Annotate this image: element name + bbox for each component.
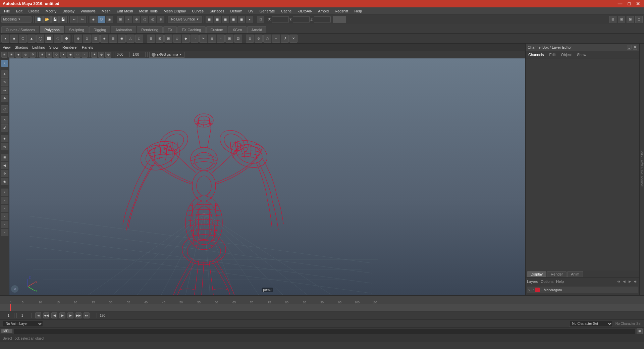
view-menu-view[interactable]: View — [3, 45, 11, 49]
bridge-btn[interactable]: ⊠ — [156, 35, 164, 43]
rotate-tool-btn[interactable]: ↻ — [1, 79, 8, 86]
poly-plane-btn[interactable]: ⬜ — [45, 35, 53, 43]
triangulate-btn[interactable]: △ — [126, 35, 135, 43]
channels-tab[interactable]: Channels — [527, 52, 545, 57]
layer-item-mandragora[interactable]: V P ...Mandragora — [527, 287, 638, 293]
menu-file[interactable]: File — [1, 8, 13, 14]
start-frame-input[interactable] — [3, 313, 14, 318]
mel-label[interactable]: MEL — [1, 329, 12, 333]
view-menu-panels[interactable]: Panels — [82, 45, 93, 49]
menu-generate[interactable]: Generate — [257, 8, 278, 14]
value-field-2[interactable] — [131, 52, 146, 57]
ao-btn[interactable]: ◐ — [105, 52, 111, 58]
edit-tab[interactable]: Edit — [548, 52, 557, 57]
tab-xgen[interactable]: XGen — [228, 26, 246, 33]
3d-viewport[interactable]: X Y Z persp M — [9, 58, 525, 295]
character-set-select[interactable]: No Character Set — [569, 321, 613, 327]
xray-btn[interactable]: ⊙ — [1, 170, 8, 177]
prev-key-btn[interactable]: ◀◀ — [43, 312, 49, 318]
poly-torus-btn[interactable]: ◯ — [36, 35, 44, 43]
tab-sculpting[interactable]: Sculpting — [65, 26, 89, 33]
tab-polygons[interactable]: Polygons — [40, 26, 64, 33]
append-btn[interactable]: ⊞ — [164, 35, 172, 43]
snap-surface-btn[interactable]: ◌ — [141, 16, 148, 23]
connect-btn[interactable]: ⊕ — [208, 35, 216, 43]
poly-cone-btn[interactable]: ▲ — [28, 35, 36, 43]
right-panel-minimize[interactable]: _ — [627, 45, 632, 50]
view-menu-renderer[interactable]: Renderer — [62, 45, 78, 49]
fill-hole-btn[interactable]: ⊡ — [92, 35, 100, 43]
go-to-end-btn[interactable]: ⏭ — [84, 312, 90, 318]
history-btn[interactable]: ◀ — [1, 162, 8, 169]
menu-modify[interactable]: Modify — [43, 8, 59, 14]
toolbar-extra-4[interactable]: ≡ — [1, 213, 8, 220]
toolbar-extra-6[interactable]: ≡ — [1, 229, 8, 236]
menu-surfaces[interactable]: Surfaces — [207, 8, 227, 14]
tab-rendering[interactable]: Rendering — [137, 26, 163, 33]
options-menu[interactable]: Options — [541, 280, 553, 284]
layout-btn-3[interactable]: ⊠ — [627, 16, 634, 23]
lighting-mode-btn[interactable]: ☀ — [91, 52, 97, 58]
menu-edit[interactable]: Edit — [13, 8, 25, 14]
shade-wireframe-btn[interactable]: ◉ — [67, 52, 73, 58]
show-tab[interactable]: Show — [576, 52, 588, 57]
circularize-btn[interactable]: ○ — [191, 35, 199, 43]
boolean-btn[interactable]: ⊞ — [109, 35, 117, 43]
hypershade-btn[interactable]: □ — [257, 16, 264, 23]
scale-tool-btn[interactable]: ⇔ — [1, 87, 8, 94]
snap-view-btn[interactable]: ⊛ — [157, 16, 164, 23]
open-file-btn[interactable]: 📂 — [43, 16, 51, 23]
menu-curves[interactable]: Curves — [189, 8, 206, 14]
collapse-btn[interactable]: ◌ — [263, 35, 271, 43]
command-input[interactable] — [14, 328, 635, 334]
multi-cut-btn[interactable]: ✂ — [199, 35, 207, 43]
z-input[interactable] — [314, 16, 331, 22]
menu-mesh-tools[interactable]: Mesh Tools — [137, 8, 160, 14]
redo-btn[interactable]: ↪ — [78, 16, 86, 23]
snap-live-btn[interactable]: ◎ — [149, 16, 156, 23]
help-menu[interactable]: Help — [556, 280, 564, 284]
lasso-select-btn[interactable]: ∿ — [1, 116, 8, 123]
toolbar-extra-5[interactable]: ≡ — [1, 221, 8, 228]
object-tab[interactable]: Object — [559, 52, 573, 57]
tab-fx-caching[interactable]: FX Caching — [177, 26, 205, 33]
tab-custom[interactable]: Custom — [206, 26, 228, 33]
close-button[interactable]: ✕ — [635, 1, 641, 6]
lasso-btn[interactable]: ⬡ — [98, 16, 105, 23]
ipr-btn[interactable]: ◼ — [230, 16, 237, 23]
snap-grid-btn[interactable]: ⊞ — [117, 16, 124, 23]
menu-display[interactable]: Display — [60, 8, 77, 14]
merge-to-center-btn[interactable]: ⊙ — [255, 35, 263, 43]
smooth-shade-btn[interactable]: ● — [60, 52, 66, 58]
flip-btn[interactable]: ↔ — [272, 35, 280, 43]
menu-create[interactable]: Create — [26, 8, 42, 14]
next-frame-btn[interactable]: ▶ — [67, 312, 73, 318]
snap-curve-btn[interactable]: ⌖ — [125, 16, 132, 23]
select-mode-btn[interactable]: ◈ — [90, 16, 97, 23]
maximize-button[interactable]: □ — [627, 1, 632, 6]
script-editor-btn[interactable]: ⊞ — [637, 328, 643, 334]
view-menu-shading[interactable]: Shading — [15, 45, 28, 49]
bbox-btn[interactable]: □ — [74, 52, 80, 58]
next-key-btn[interactable]: ▶▶ — [75, 312, 82, 318]
no-live-surface-btn[interactable]: No Live Surface ▼ — [168, 16, 202, 23]
toolbar-extra-1[interactable]: ≡ — [1, 189, 8, 196]
layers-menu[interactable]: Layers — [527, 280, 538, 284]
reduce-btn[interactable]: ◈ — [100, 35, 108, 43]
poke-btn[interactable]: ◇ — [173, 35, 181, 43]
tab-rigging[interactable]: Rigging — [89, 26, 110, 33]
y-input[interactable] — [293, 16, 310, 22]
move-tool-btn[interactable]: ✛ — [1, 70, 8, 78]
soft-select-btn[interactable]: ◌ — [1, 105, 8, 113]
view-menu-show[interactable]: Show — [49, 45, 59, 49]
poly-disc-btn[interactable]: ◌ — [54, 35, 62, 43]
x-input[interactable] — [272, 16, 289, 22]
menu-arnold[interactable]: Arnold — [315, 8, 331, 14]
bookmark-btn[interactable]: ◎ — [22, 52, 29, 58]
view-menu-lighting[interactable]: Lighting — [32, 45, 45, 49]
camera-settings-btn[interactable]: ⚙ — [30, 52, 36, 58]
poly-platonic-btn[interactable]: ⬢ — [62, 35, 70, 43]
tab-curves-surfaces[interactable]: Curves / Surfaces — [1, 26, 39, 33]
paint-select-btn-left[interactable]: 🖌 — [1, 124, 8, 132]
insert-loop-btn[interactable]: ⊞ — [225, 35, 233, 43]
